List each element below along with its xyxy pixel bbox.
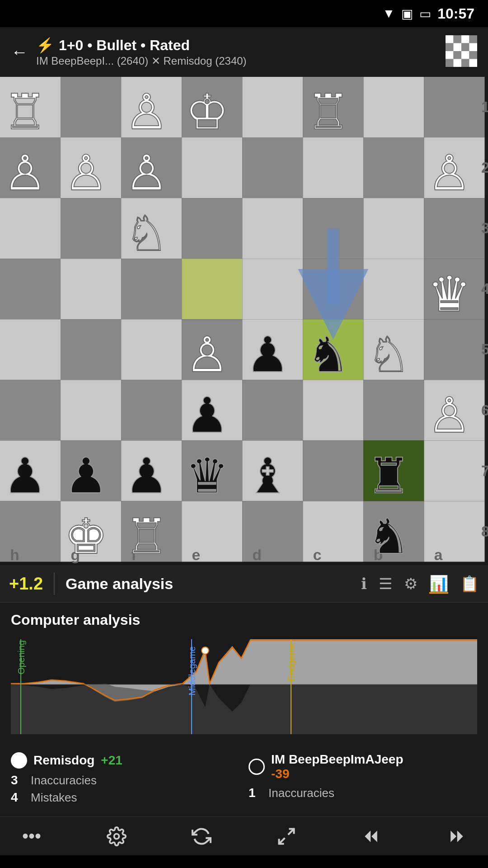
svg-rect-72 — [424, 440, 484, 501]
nav-bar: ◁ ○ □ — [0, 855, 488, 868]
svg-rect-77 — [242, 501, 303, 561]
black-player-stats: IM BeepBeepImAJeep -39 1 Inaccuracies — [249, 752, 477, 807]
white-mistakes-label: Mistakes — [31, 791, 77, 805]
svg-rect-40 — [424, 198, 484, 259]
svg-rect-58 — [61, 380, 121, 440]
svg-rect-28 — [182, 137, 242, 198]
svg-text:Opening: Opening — [16, 640, 26, 675]
analysis-score: +1.2 — [9, 574, 43, 594]
white-player-score: +21 — [101, 753, 122, 768]
black-player-score: -39 — [271, 767, 404, 781]
board-wrapper[interactable]: 1 2 3 4 5 6 7 8 h g f e d c b a ♖ ♙ ♔ — [0, 77, 488, 565]
chart-container[interactable]: Opening Middlegame Endgame — [11, 635, 477, 734]
svg-rect-8 — [469, 43, 478, 52]
lightning-icon: ⚡ — [36, 37, 54, 54]
svg-text:♖: ♖ — [306, 85, 350, 139]
svg-text:♜: ♜ — [367, 448, 411, 503]
settings-button[interactable]: ⚙ — [404, 575, 418, 593]
divider — [54, 572, 55, 595]
list-button[interactable]: ☰ — [379, 575, 392, 593]
svg-rect-13 — [446, 59, 454, 67]
white-inaccuracies-count: 3 — [11, 773, 24, 788]
svg-text:♛: ♛ — [185, 448, 229, 503]
white-player-name-row: Remisdog +21 — [11, 752, 239, 769]
svg-rect-49 — [0, 319, 61, 380]
battery-icon: ▭ — [419, 6, 431, 21]
status-bar: ▼ ▣ ▭ 10:57 — [0, 0, 488, 27]
svg-rect-33 — [0, 198, 61, 259]
header-subtitle: IM BeepBeepI... (2640) ✕ Remisdog (2340) — [36, 55, 247, 67]
svg-rect-50 — [61, 319, 121, 380]
header-right — [446, 35, 477, 69]
svg-text:h: h — [10, 547, 19, 563]
svg-rect-62 — [303, 380, 363, 440]
svg-text:♙: ♙ — [185, 327, 229, 382]
back-button[interactable]: ← — [11, 42, 28, 62]
svg-rect-57 — [0, 380, 61, 440]
chess-board-container: 1 2 3 4 5 6 7 8 h g f e d c b a ♖ ♙ ♔ — [0, 77, 488, 565]
computer-analysis: Computer analysis Opening Middlegame — [0, 603, 488, 748]
black-player-dot — [249, 759, 265, 775]
svg-text:♘: ♘ — [367, 327, 411, 382]
white-player-name: Remisdog — [33, 753, 94, 768]
svg-rect-14 — [454, 59, 462, 67]
white-inaccuracies-label: Inaccuracies — [31, 774, 97, 788]
svg-text:♞: ♞ — [367, 509, 411, 564]
svg-rect-12 — [469, 51, 478, 59]
menu-button[interactable]: ••• — [18, 826, 45, 846]
svg-text:7: 7 — [481, 462, 488, 479]
analysis-icons: ℹ ☰ ⚙ 📊 📋 — [361, 574, 479, 594]
svg-text:♞: ♞ — [306, 327, 350, 382]
white-player-stats: Remisdog +21 3 Inaccuracies 4 Mistakes — [11, 752, 239, 807]
svg-rect-16 — [469, 59, 478, 67]
svg-rect-15 — [461, 59, 469, 67]
svg-text:4: 4 — [481, 280, 488, 297]
settings-toolbar-button[interactable] — [103, 826, 130, 846]
info-button[interactable]: ℹ — [361, 575, 367, 593]
analysis-score-section: +1.2 Game analysis — [9, 572, 173, 595]
svg-rect-10 — [454, 51, 462, 59]
analysis-chart: Opening Middlegame Endgame — [11, 635, 477, 734]
svg-rect-30 — [303, 137, 363, 198]
svg-text:♖: ♖ — [3, 85, 47, 139]
svg-rect-73 — [0, 501, 61, 561]
svg-text:c: c — [313, 547, 322, 563]
flip-button[interactable] — [188, 826, 215, 846]
svg-rect-2 — [454, 35, 462, 43]
svg-rect-45 — [242, 259, 303, 319]
white-player-dot — [11, 752, 27, 769]
svg-rect-37 — [242, 198, 303, 259]
svg-text:♚: ♚ — [64, 509, 108, 564]
svg-rect-76 — [182, 501, 242, 561]
status-icons: ▼ ▣ ▭ 10:57 — [382, 5, 474, 22]
svg-rect-24 — [424, 77, 484, 137]
svg-rect-36 — [182, 198, 242, 259]
next-next-button[interactable] — [443, 826, 470, 846]
bottom-toolbar: ••• — [0, 816, 488, 855]
svg-text:♛: ♛ — [427, 267, 471, 321]
chess-board[interactable]: 1 2 3 4 5 6 7 8 h g f e d c b a ♖ ♙ ♔ — [0, 77, 488, 565]
chart-button[interactable]: 📊 — [429, 574, 448, 594]
svg-rect-59 — [121, 380, 182, 440]
svg-rect-56 — [424, 319, 484, 380]
black-inaccuracies-label: Inaccuracies — [268, 786, 334, 800]
svg-rect-51 — [121, 319, 182, 380]
shrink-button[interactable] — [273, 826, 300, 846]
wifi-icon: ▼ — [382, 6, 395, 21]
svg-rect-11 — [461, 51, 469, 59]
svg-text:♙: ♙ — [3, 146, 47, 200]
svg-rect-78 — [303, 501, 363, 561]
checkerboard-icon[interactable] — [446, 35, 477, 67]
svg-rect-31 — [363, 137, 424, 198]
signal-icon: ▣ — [401, 6, 413, 21]
book-button[interactable]: 📋 — [460, 575, 479, 593]
svg-rect-61 — [242, 380, 303, 440]
svg-rect-44 — [182, 259, 242, 319]
svg-text:3: 3 — [481, 220, 488, 236]
header-title: ⚡ 1+0 • Bullet • Rated — [36, 37, 247, 54]
svg-text:♝: ♝ — [246, 448, 290, 503]
prev-prev-button[interactable] — [358, 826, 385, 846]
black-player-name-row: IM BeepBeepImAJeep -39 — [249, 752, 477, 781]
svg-rect-4 — [469, 35, 478, 43]
status-time: 10:57 — [437, 5, 474, 22]
